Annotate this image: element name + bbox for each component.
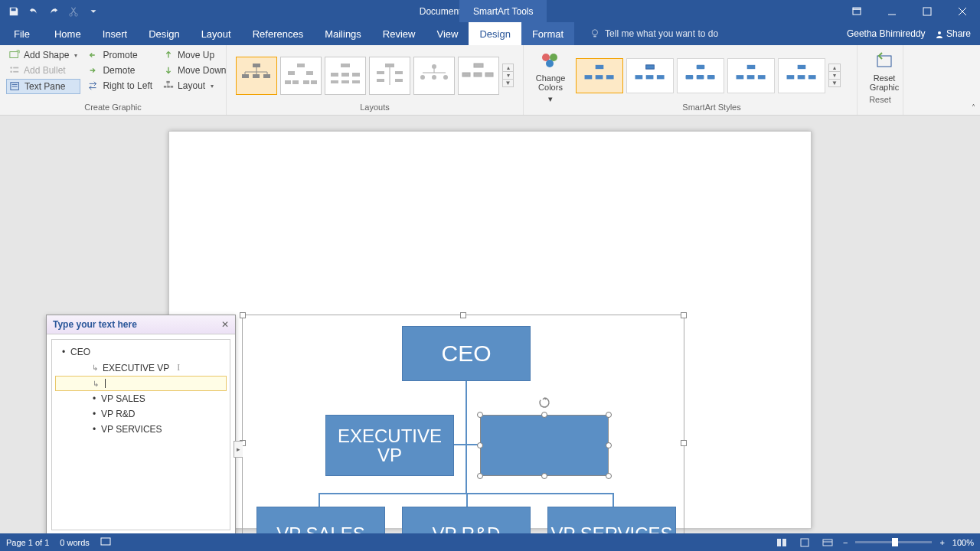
redo-icon[interactable] <box>44 2 63 21</box>
tab-smartart-format[interactable]: Format <box>521 22 574 45</box>
status-words[interactable]: 0 words <box>60 538 90 547</box>
svg-rect-46 <box>385 64 394 67</box>
change-colors-button[interactable]: Change Colors▾ <box>530 48 571 107</box>
tab-view[interactable]: View <box>426 22 469 45</box>
layout-thumb-2[interactable] <box>280 57 322 95</box>
demote-button[interactable]: Demote <box>85 64 155 77</box>
style-thumb-2[interactable] <box>626 58 674 93</box>
smartart-graphic[interactable]: ▸ CEO EXECUTIVE VP VP SALES VP R&D VP SE… <box>242 315 684 551</box>
text-pane-toggle-icon[interactable]: ▸ <box>234 441 243 458</box>
text-pane-close-icon[interactable]: ✕ <box>221 319 229 330</box>
move-up-button[interactable]: Move Up <box>160 48 229 62</box>
ribbon-display-options-icon[interactable] <box>839 0 874 22</box>
tab-smartart-design[interactable]: Design <box>469 22 521 45</box>
style-thumb-3[interactable] <box>677 58 724 93</box>
svg-rect-72 <box>646 75 654 79</box>
text-pane-item[interactable]: •VP R&D <box>55 406 227 422</box>
zoom-level[interactable]: 100% <box>952 538 974 547</box>
status-proofing-icon[interactable] <box>100 537 111 548</box>
resize-handle[interactable] <box>681 440 687 446</box>
text-pane-list[interactable]: •CEO ↳EXECUTIVE VPI ↳ •VP SALES •VP R&D … <box>51 339 230 530</box>
style-thumb-4[interactable] <box>727 58 775 93</box>
ribbon: Add Shape▾ Add Bullet Text Pane Promote … <box>0 45 980 116</box>
tab-references[interactable]: References <box>242 22 314 45</box>
add-shape-button[interactable]: Add Shape▾ <box>6 48 80 62</box>
smartart-node-ceo[interactable]: CEO <box>402 326 531 381</box>
minimize-icon[interactable] <box>874 0 910 22</box>
status-page[interactable]: Page 1 of 1 <box>6 538 49 547</box>
svg-point-56 <box>432 75 436 80</box>
layout-thumb-3[interactable] <box>325 57 366 95</box>
resize-handle[interactable] <box>681 312 687 318</box>
share-button[interactable]: Share <box>935 28 971 39</box>
style-thumb-5[interactable] <box>778 58 825 93</box>
account-name[interactable]: Geetha Bhimireddy <box>847 28 926 39</box>
tab-review[interactable]: Review <box>372 22 426 45</box>
svg-rect-60 <box>474 73 482 77</box>
text-pane-item[interactable]: •VP SALES <box>55 391 227 406</box>
zoom-out-icon[interactable]: − <box>843 538 848 547</box>
style-thumb-1[interactable] <box>576 58 623 93</box>
layout-thumb-5[interactable] <box>413 57 455 95</box>
resize-handle[interactable] <box>460 312 466 318</box>
tab-layout[interactable]: Layout <box>191 22 242 45</box>
svg-point-11 <box>10 67 12 69</box>
text-pane-item[interactable]: •VP SERVICES <box>55 422 227 437</box>
right-to-left-button[interactable]: Right to Left <box>85 79 155 93</box>
layout-dropdown[interactable]: Layout▾ <box>160 79 229 93</box>
tell-me-search[interactable]: Tell me what you want to do <box>574 22 838 45</box>
maximize-icon[interactable] <box>910 0 945 22</box>
zoom-in-icon[interactable]: + <box>939 538 944 547</box>
svg-point-13 <box>10 70 12 73</box>
tab-design[interactable]: Design <box>138 22 190 45</box>
view-print-layout-icon[interactable] <box>797 536 812 549</box>
svg-rect-18 <box>166 81 169 83</box>
svg-rect-38 <box>311 80 317 84</box>
tab-insert[interactable]: Insert <box>92 22 139 45</box>
text-pane-item-editing[interactable]: ↳ <box>55 376 227 391</box>
close-icon[interactable] <box>945 0 980 22</box>
svg-rect-33 <box>288 71 295 75</box>
smartart-text-pane[interactable]: Type your text here ✕ •CEO ↳EXECUTIVE VP… <box>46 315 236 551</box>
svg-rect-35 <box>285 80 291 84</box>
svg-rect-23 <box>253 64 260 67</box>
reset-graphic-button[interactable]: Reset Graphic <box>864 48 905 95</box>
undo-icon[interactable] <box>24 2 43 21</box>
smartart-node-exec-vp[interactable]: EXECUTIVE VP <box>325 415 454 476</box>
document-area: Type your text here ✕ •CEO ↳EXECUTIVE VP… <box>0 116 980 533</box>
svg-rect-70 <box>646 64 655 68</box>
promote-button[interactable]: Promote <box>85 48 155 62</box>
resize-handle[interactable] <box>240 312 246 318</box>
svg-rect-42 <box>352 73 360 77</box>
text-pane-item[interactable]: •CEO <box>55 344 227 360</box>
save-icon[interactable] <box>5 2 23 21</box>
smartart-node-selected-empty[interactable] <box>480 415 609 476</box>
layout-thumb-4[interactable] <box>369 57 410 95</box>
tab-file[interactable]: File <box>0 22 44 45</box>
layout-thumb-6[interactable]: — <box>458 57 499 95</box>
svg-point-0 <box>70 13 73 16</box>
group-label-layouts: Layouts <box>233 103 517 113</box>
svg-rect-80 <box>747 75 755 79</box>
tab-home[interactable]: Home <box>44 22 92 45</box>
text-pane-button[interactable]: Text Pane <box>6 79 80 94</box>
rotate-handle-icon[interactable] <box>537 396 551 409</box>
styles-gallery-scroll[interactable]: ▴▾▼ <box>828 64 841 87</box>
zoom-slider[interactable] <box>855 541 932 543</box>
collapse-ribbon-icon[interactable]: ˄ <box>972 103 975 112</box>
tab-mailings[interactable]: Mailings <box>314 22 372 45</box>
svg-rect-85 <box>808 75 816 79</box>
view-web-layout-icon[interactable] <box>820 536 835 549</box>
customize-qat-icon[interactable] <box>84 2 103 21</box>
text-pane-item[interactable]: ↳EXECUTIVE VPI <box>55 360 227 376</box>
move-down-button[interactable]: Move Down <box>160 64 229 77</box>
svg-rect-74 <box>697 64 705 68</box>
svg-rect-89 <box>782 539 786 546</box>
layouts-gallery-scroll[interactable]: ▴▾▼ <box>502 64 514 87</box>
cut-icon[interactable] <box>64 2 83 21</box>
svg-rect-12 <box>13 67 18 69</box>
svg-rect-19 <box>164 86 167 88</box>
view-read-mode-icon[interactable] <box>774 536 789 549</box>
layout-thumb-1[interactable] <box>236 57 277 95</box>
svg-rect-5 <box>923 8 931 15</box>
